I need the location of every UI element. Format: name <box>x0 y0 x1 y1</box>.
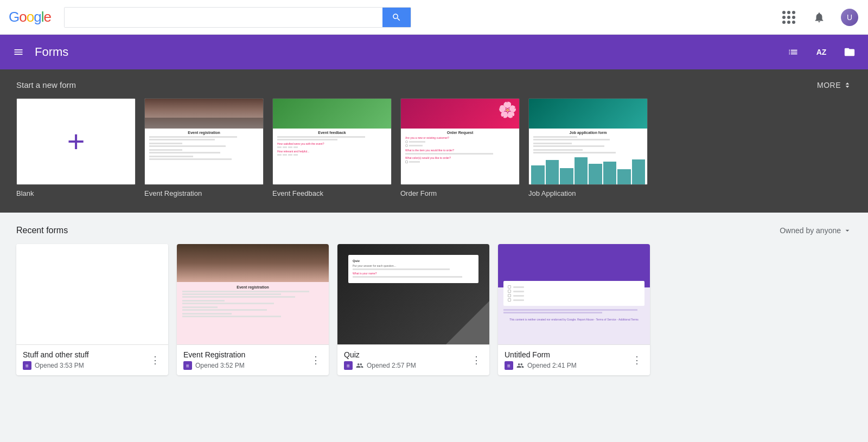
form-menu-stuff[interactable]: ⋮ <box>149 354 162 367</box>
plus-icon: + <box>67 126 85 157</box>
search-input[interactable] <box>65 8 382 27</box>
sort-label: AZ <box>816 48 827 56</box>
search-button[interactable] <box>382 8 411 27</box>
recent-forms-row: Stuff and other stuff Opened 3:53 PM ⋮ E… <box>16 244 852 375</box>
recent-form-stuff[interactable]: Stuff and other stuff Opened 3:53 PM ⋮ <box>16 244 168 375</box>
template-event-feedback[interactable]: Event feedback How satisfied were you wi… <box>272 98 392 197</box>
form-name-untitled: Untitled Form <box>505 350 630 359</box>
form-menu-event-reg[interactable]: ⋮ <box>309 354 322 367</box>
template-blank-label: Blank <box>16 189 136 197</box>
recent-form-untitled[interactable]: This content is neither created nor endo… <box>498 244 650 375</box>
owned-by-chevron-icon <box>843 226 852 235</box>
hamburger-menu-icon[interactable] <box>9 42 28 62</box>
forms-bar-actions: AZ <box>783 42 859 62</box>
top-bar: Google U <box>0 0 868 35</box>
recent-forms-title: Recent forms <box>16 226 68 235</box>
template-section: Start a new form MORE + Blank <box>0 69 868 213</box>
apps-icon[interactable] <box>779 8 799 27</box>
template-job-application-label: Job Application <box>528 189 648 197</box>
search-icon <box>392 12 401 22</box>
more-button[interactable]: MORE <box>817 81 852 89</box>
google-logo: Google <box>9 9 51 25</box>
template-event-feedback-label: Event Feedback <box>272 189 392 197</box>
folder-icon[interactable] <box>840 42 859 62</box>
event-reg-photo <box>145 99 263 129</box>
recent-form-quiz[interactable]: Quiz Put your answer for each question..… <box>337 244 489 375</box>
templates-row: + Blank Event registration <box>16 98 852 197</box>
template-job-application[interactable]: Job application form Job Application <box>528 98 648 197</box>
form-meta-event-reg: Opened 3:52 PM <box>195 362 245 369</box>
people-icon-quiz <box>356 362 363 369</box>
template-blank[interactable]: + Blank <box>16 98 136 197</box>
top-bar-right: U <box>779 8 859 27</box>
recent-section: Recent forms Owned by anyone Stuff and o… <box>0 213 868 388</box>
template-event-registration[interactable]: Event registration Event Registration <box>144 98 264 197</box>
quiz-triangle-decoration <box>446 301 489 344</box>
avatar[interactable]: U <box>840 8 859 27</box>
template-order-form-label: Order Form <box>400 189 520 197</box>
list-view-icon[interactable] <box>783 42 803 62</box>
template-section-header: Start a new form MORE <box>16 80 852 89</box>
form-meta-quiz: Opened 2:57 PM <box>367 362 416 369</box>
forms-header-bar: Forms AZ <box>0 35 868 69</box>
form-menu-quiz[interactable]: ⋮ <box>470 354 483 367</box>
template-order-form[interactable]: 🌸 Order Request Are you a new or existin… <box>400 98 520 197</box>
search-bar <box>64 7 411 28</box>
more-chevron-icon <box>843 81 852 89</box>
owned-by-dropdown[interactable]: Owned by anyone <box>780 226 852 235</box>
form-name-event-reg: Event Registration <box>183 350 309 359</box>
recent-form-event-reg[interactable]: Event registration Event Registration <box>177 244 329 375</box>
notifications-icon[interactable] <box>809 8 829 27</box>
recent-header: Recent forms Owned by anyone <box>16 226 852 235</box>
start-new-form-title: Start a new form <box>16 80 76 89</box>
form-meta-stuff: Opened 3:53 PM <box>35 362 84 369</box>
form-menu-untitled[interactable]: ⋮ <box>630 354 643 367</box>
template-event-registration-label: Event Registration <box>144 189 264 197</box>
form-icon-stuff <box>23 361 31 370</box>
form-icon-untitled <box>505 361 513 370</box>
forms-title: Forms <box>35 45 783 59</box>
form-meta-untitled: Opened 2:41 PM <box>527 362 577 369</box>
sort-icon[interactable]: AZ <box>812 42 831 62</box>
form-name-quiz: Quiz <box>344 350 470 359</box>
form-icon-event-reg <box>183 361 192 370</box>
form-name-stuff: Stuff and other stuff <box>23 350 149 359</box>
people-icon-untitled <box>516 362 524 369</box>
form-icon-quiz <box>344 361 353 370</box>
